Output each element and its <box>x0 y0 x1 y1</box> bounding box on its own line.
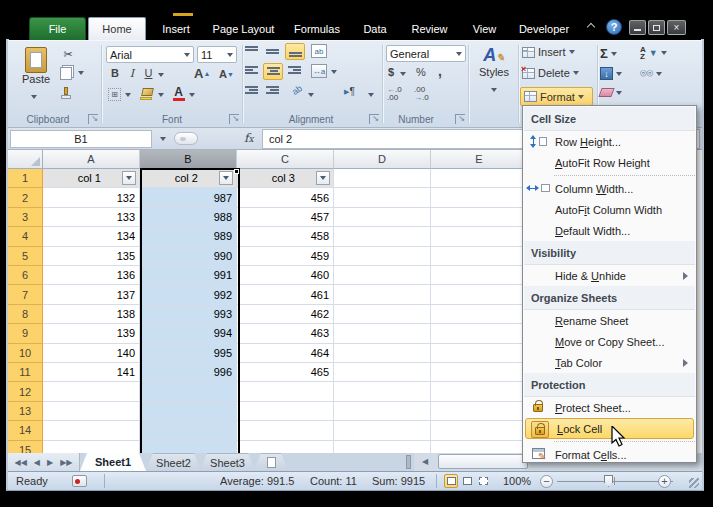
page-layout-view-button[interactable] <box>460 474 474 488</box>
row-header-12[interactable]: 12 <box>8 382 43 401</box>
column-header-B[interactable]: B <box>140 150 237 169</box>
cell-E11[interactable] <box>431 363 528 382</box>
orientation-icon[interactable]: ab <box>311 44 327 58</box>
name-box-dropdown-icon[interactable] <box>160 137 166 141</box>
zoom-level[interactable]: 100% <box>503 472 531 490</box>
increase-indent-icon[interactable] <box>266 86 279 96</box>
tab-insert[interactable]: Insert <box>150 17 202 40</box>
cell-E13[interactable] <box>431 402 528 421</box>
cell-D6[interactable] <box>334 266 431 285</box>
insert-cells-button[interactable]: → Insert <box>522 46 575 58</box>
zoom-out-icon[interactable]: − <box>540 475 553 488</box>
fill-handle[interactable] <box>234 169 239 174</box>
cell-B5[interactable]: 990 <box>140 247 237 266</box>
menu-item-column-width[interactable]: Column Width... <box>524 178 695 199</box>
cell-E8[interactable] <box>431 305 528 324</box>
insert-function-icon[interactable]: fx <box>244 131 254 145</box>
select-all-corner[interactable] <box>8 150 43 169</box>
cell-A2[interactable]: 132 <box>43 188 140 207</box>
cell-B10[interactable]: 995 <box>140 344 237 363</box>
tab-developer[interactable]: Developer <box>511 17 577 40</box>
cell-E7[interactable] <box>431 285 528 304</box>
cell-C14[interactable] <box>237 421 334 440</box>
cell-D9[interactable] <box>334 324 431 343</box>
font-dialog-launcher[interactable]: ↘ <box>229 114 239 124</box>
page-break-view-button[interactable] <box>476 474 490 488</box>
formula-bar-splitter[interactable] <box>174 132 198 145</box>
sheet-tab-sheet1[interactable]: Sheet1 <box>80 453 146 471</box>
insert-sheet-tab[interactable] <box>254 453 288 471</box>
column-header-E[interactable]: E <box>431 150 528 169</box>
align-center-icon[interactable] <box>263 63 283 80</box>
row-header-2[interactable]: 2 <box>8 188 43 207</box>
menu-item-format-cells[interactable]: Format Cells... <box>524 444 695 465</box>
row-header-15[interactable]: 15 <box>8 441 43 453</box>
sheet-nav-buttons[interactable]: ◀◀ ◀ ▶ ▶▶ <box>8 453 80 471</box>
align-top-icon[interactable] <box>245 46 258 56</box>
format-cells-button[interactable]: Format <box>520 87 593 106</box>
cell-A8[interactable]: 138 <box>43 305 140 324</box>
cell-B14[interactable] <box>140 421 237 440</box>
cell-B9[interactable]: 994 <box>140 324 237 343</box>
number-format-combo[interactable]: General <box>386 45 466 62</box>
alignment-dialog-launcher[interactable]: ↘ <box>369 114 379 124</box>
cell-A14[interactable] <box>43 421 140 440</box>
zoom-slider-thumb[interactable] <box>604 475 613 487</box>
number-dialog-launcher[interactable]: ↘ <box>455 114 465 124</box>
normal-view-button[interactable] <box>444 474 458 488</box>
row-header-3[interactable]: 3 <box>8 208 43 227</box>
cell-C8[interactable]: 462 <box>237 305 334 324</box>
clipboard-dialog-launcher[interactable]: ↘ <box>88 114 98 124</box>
cell-D1[interactable] <box>334 169 431 188</box>
tab-home[interactable]: Home <box>88 17 146 40</box>
wrap-text-icon[interactable]: ab <box>290 83 304 97</box>
tab-review[interactable]: Review <box>401 17 458 40</box>
horizontal-scroll-thumb[interactable] <box>438 454 528 469</box>
close-window-button[interactable]: × <box>667 20 686 35</box>
menu-item-row-height[interactable]: Row Height... <box>524 131 695 152</box>
cell-B1[interactable]: col 2 <box>140 169 237 188</box>
cell-E6[interactable] <box>431 266 528 285</box>
cell-C4[interactable]: 458 <box>237 227 334 246</box>
cell-C11[interactable]: 465 <box>237 363 334 382</box>
row-header-10[interactable]: 10 <box>8 344 43 363</box>
cell-E9[interactable] <box>431 324 528 343</box>
row-header-9[interactable]: 9 <box>8 324 43 343</box>
minimize-ribbon-icon[interactable] <box>588 24 594 30</box>
column-header-C[interactable]: C <box>237 150 334 169</box>
cell-B4[interactable]: 989 <box>140 227 237 246</box>
cell-D10[interactable] <box>334 344 431 363</box>
row-header-14[interactable]: 14 <box>8 421 43 440</box>
decrease-decimal-icon[interactable]: .00→.0 <box>414 86 429 102</box>
cell-D3[interactable] <box>334 208 431 227</box>
cell-A13[interactable] <box>43 402 140 421</box>
cell-A7[interactable]: 137 <box>43 285 140 304</box>
filter-dropdown-icon[interactable] <box>316 171 330 185</box>
delete-cells-button[interactable]: × Delete <box>522 67 579 79</box>
align-bottom-icon[interactable] <box>285 43 305 60</box>
tab-splitter[interactable] <box>406 455 411 469</box>
column-header-A[interactable]: A <box>43 150 140 169</box>
menu-item-rename-sheet[interactable]: Rename Sheet <box>524 310 695 331</box>
menu-item-lock-cell[interactable]: Lock Cell <box>525 418 694 439</box>
format-painter-icon[interactable] <box>60 87 73 100</box>
cell-B2[interactable]: 987 <box>140 188 237 207</box>
cell-B11[interactable]: 996 <box>140 363 237 382</box>
tab-file[interactable]: File <box>29 17 86 40</box>
cell-A3[interactable]: 133 <box>43 208 140 227</box>
cell-B6[interactable]: 991 <box>140 266 237 285</box>
cell-A10[interactable]: 140 <box>43 344 140 363</box>
align-right-icon[interactable] <box>288 66 301 76</box>
menu-item-tab-color[interactable]: Tab Color <box>524 352 695 373</box>
italic-button[interactable]: I <box>126 67 138 80</box>
cell-B8[interactable]: 993 <box>140 305 237 324</box>
currency-icon[interactable]: $ <box>388 66 394 78</box>
cell-C12[interactable] <box>237 382 334 401</box>
cell-A1[interactable]: col 1 <box>43 169 140 188</box>
row-header-4[interactable]: 4 <box>8 227 43 246</box>
cell-C1[interactable]: col 3 <box>237 169 334 188</box>
align-left-icon[interactable] <box>245 66 258 76</box>
menu-item-autofit-column-width[interactable]: AutoFit Column Width <box>524 199 695 220</box>
decrease-font-icon[interactable]: A▼ <box>219 68 234 80</box>
cell-D8[interactable] <box>334 305 431 324</box>
